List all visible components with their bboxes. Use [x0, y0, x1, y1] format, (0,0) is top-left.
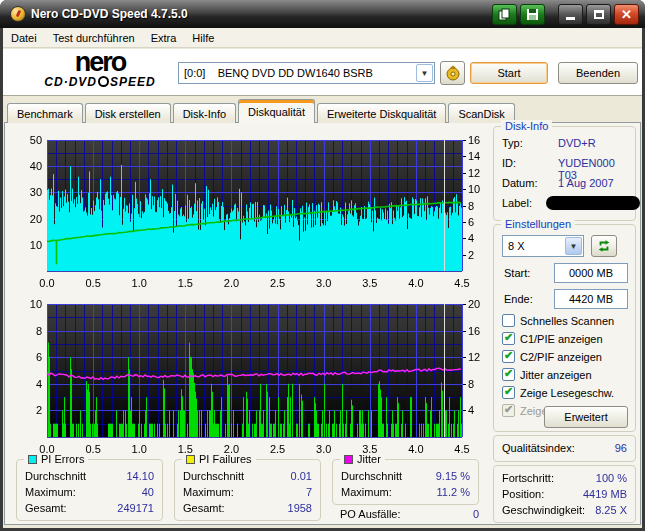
start-button[interactable]: Start [470, 62, 548, 84]
disc-icon [98, 76, 109, 87]
checkbox-box[interactable] [502, 368, 515, 381]
stat-value: 14.10 [126, 470, 154, 482]
menu-test-durchfuehren[interactable]: Test durchführen [45, 30, 143, 46]
quality-index-label: Qualitätsindex: [502, 442, 575, 454]
jitter-stats-title: Jitter [357, 453, 381, 466]
pi-failures-stats-group: PI Failures Durchschnitt0.01 Maximum:7 G… [174, 459, 321, 521]
stat-label: Maximum: [183, 486, 234, 498]
disk-info-group: Disk-Info Typ: DVD+R ID: YUDEN000 T03 Da… [493, 126, 636, 221]
stat-label: Gesamt: [183, 502, 225, 514]
advanced-button[interactable]: Erweitert [544, 406, 628, 428]
progress-label: Fortschritt: [502, 472, 554, 484]
tab-benchmark[interactable]: Benchmark [7, 103, 83, 123]
nero-logo: nero CD·DVDSPEED [25, 49, 175, 88]
checkbox-box [502, 404, 515, 417]
checkbox-box[interactable] [502, 314, 515, 327]
stat-value: 9.15 % [436, 470, 470, 482]
eject-disc-button[interactable] [440, 61, 465, 85]
app-icon [10, 6, 26, 22]
pi-failures-jitter-chart [8, 292, 480, 456]
maximize-icon [594, 10, 604, 19]
disk-id-label: ID: [502, 157, 516, 169]
jitter-stats-group: Jitter Durchschnitt9.15 % Maximum:11.2 % [332, 459, 479, 505]
save-results-button[interactable] [520, 4, 545, 25]
checkbox-box[interactable] [502, 350, 515, 363]
pi-failures-swatch-icon [186, 455, 195, 464]
logo-text: nero [25, 49, 175, 75]
close-icon: ✕ [621, 8, 632, 21]
window-title: Nero CD-DVD Speed 4.7.5.0 [31, 7, 492, 21]
speed-select[interactable]: 8 X ▼ [502, 235, 584, 257]
tab-disk-info[interactable]: Disk-Info [173, 103, 236, 123]
minimize-icon [566, 17, 575, 20]
checkbox-label: C2/PIF anzeigen [520, 351, 602, 363]
stat-label: Maximum: [341, 486, 392, 498]
titlebar[interactable]: Nero CD-DVD Speed 4.7.5.0 ✕ [0, 0, 645, 28]
stat-label: Durchschnitt [341, 470, 402, 482]
progress-box: Fortschritt:100 % Position:4419 MB Gesch… [493, 465, 636, 523]
disk-date-label: Datum: [502, 177, 537, 189]
end-position-field[interactable] [554, 289, 628, 309]
disk-info-title: Disk-Info [501, 120, 552, 133]
quality-index-box: Qualitätsindex: 96 [493, 435, 636, 462]
end-position-label: Ende: [504, 293, 533, 305]
tab-erweiterte-diskqualitaet[interactable]: Erweiterte Diskqualität [317, 103, 446, 123]
quality-index-value: 96 [615, 442, 627, 454]
maximize-button[interactable] [586, 4, 611, 25]
pi-errors-stats-title: PI Errors [41, 453, 84, 466]
close-button[interactable]: ✕ [614, 4, 639, 25]
app-window: Nero CD-DVD Speed 4.7.5.0 ✕ Datei Test d… [0, 0, 645, 531]
tab-diskqualitaet[interactable]: Diskqualität [238, 99, 315, 123]
start-position-field[interactable] [554, 263, 628, 283]
stat-value: 0.01 [291, 470, 312, 482]
menu-datei[interactable]: Datei [3, 30, 45, 46]
client-area: Datei Test durchführen Extra Hilfe nero … [3, 28, 642, 528]
stat-label: Durchschnitt [25, 470, 86, 482]
progress-value: 100 % [596, 472, 627, 484]
settings-group: Einstellungen 8 X ▼ Start: Ende: Schnell… [493, 224, 636, 432]
pi-failures-stats-title: PI Failures [199, 453, 252, 466]
po-failures-row: PO Ausfälle: 0 [340, 508, 479, 520]
tab-disk-erstellen[interactable]: Disk erstellen [85, 103, 171, 123]
menubar: Datei Test durchführen Extra Hilfe [3, 28, 642, 48]
start-position-label: Start: [504, 267, 530, 279]
stat-label: Maximum: [25, 486, 76, 498]
stat-value: 249171 [117, 502, 154, 514]
menu-extra[interactable]: Extra [143, 30, 185, 46]
stat-value: 11.2 % [437, 486, 470, 498]
refresh-icon [597, 239, 611, 253]
tabbar: Benchmark Disk erstellen Disk-Info Diskq… [7, 99, 517, 123]
quit-button[interactable]: Beenden [558, 62, 638, 84]
disk-label-label: Label: [502, 197, 532, 209]
pi-errors-chart [8, 128, 480, 288]
settings-title: Einstellungen [501, 218, 575, 231]
pi-errors-stats-group: PI Errors Durchschnitt14.10 Maximum:40 G… [16, 459, 163, 521]
stat-value: 7 [306, 486, 312, 498]
checkbox-c1-pie-anzeigen[interactable]: C1/PIE anzeigen [502, 331, 603, 346]
drive-select[interactable]: [0:0] BENQ DVD DD DW1640 BSRB ▼ [178, 62, 435, 84]
dropdown-arrow-icon[interactable]: ▼ [565, 237, 582, 255]
stat-value: 1958 [288, 502, 312, 514]
checkbox-label: Jitter anzeigen [520, 369, 592, 381]
header: nero CD·DVDSPEED [0:0] BENQ DVD DD DW164… [3, 49, 642, 96]
checkbox-c2-pif-anzeigen[interactable]: C2/PIF anzeigen [502, 349, 602, 364]
drive-select-value: [0:0] BENQ DVD DD DW1640 BSRB [179, 67, 416, 79]
checkbox-zeige-lesegeschw[interactable]: Zeige Lesegeschw. [502, 385, 614, 400]
minimize-button[interactable] [558, 4, 583, 25]
jitter-swatch-icon [344, 455, 353, 464]
checkbox-schnelles-scannen[interactable]: Schnelles Scannen [502, 313, 614, 328]
checkbox-box[interactable] [502, 332, 515, 345]
refresh-button[interactable] [591, 235, 617, 257]
po-failures-value: 0 [473, 508, 479, 520]
stat-label: Gesamt: [25, 502, 67, 514]
checkbox-label: C1/PIE anzeigen [520, 333, 603, 345]
disk-type-label: Typ: [502, 137, 523, 149]
checkbox-jitter-anzeigen[interactable]: Jitter anzeigen [502, 367, 592, 382]
checkbox-box[interactable] [502, 386, 515, 399]
copy-results-button[interactable] [492, 4, 517, 25]
menu-hilfe[interactable]: Hilfe [184, 30, 222, 46]
dropdown-arrow-icon[interactable]: ▼ [416, 64, 433, 82]
disk-date-value: 1 Aug 2007 [558, 177, 614, 189]
po-failures-label: PO Ausfälle: [340, 508, 401, 520]
copy-icon [498, 8, 511, 21]
